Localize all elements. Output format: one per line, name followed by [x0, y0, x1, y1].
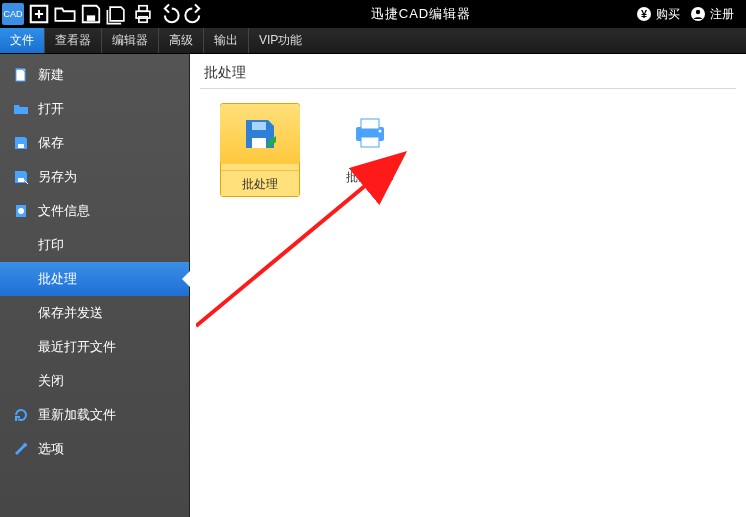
menu-item-打印[interactable]: 打印	[0, 228, 189, 262]
tile-label: 批量打印	[346, 169, 394, 186]
info-icon	[12, 202, 30, 220]
panel-title: 批处理	[190, 54, 746, 88]
svg-point-14	[23, 443, 27, 447]
save-icon	[12, 134, 30, 152]
svg-point-20	[379, 130, 382, 133]
tile-row: 批处理批量打印	[190, 103, 746, 197]
undo-icon[interactable]	[158, 3, 180, 25]
svg-rect-11	[18, 178, 24, 182]
main-area: 新建打开保存另存为文件信息打印批处理保存并发送最近打开文件关闭重新加载文件选项 …	[0, 54, 746, 517]
none-icon	[12, 236, 30, 254]
user-circle-icon	[690, 6, 706, 22]
svg-rect-18	[361, 119, 379, 129]
menu-item-选项[interactable]: 选项	[0, 432, 189, 466]
svg-point-13	[18, 208, 24, 214]
ribbon-tabs: 文件查看器编辑器高级输出VIP功能	[0, 28, 746, 54]
tab-VIP功能[interactable]: VIP功能	[249, 28, 312, 53]
menu-item-文件信息[interactable]: 文件信息	[0, 194, 189, 228]
open-folder-icon[interactable]	[54, 3, 76, 25]
menu-item-label: 保存并发送	[38, 304, 103, 322]
menu-item-label: 文件信息	[38, 202, 90, 220]
menu-item-label: 关闭	[38, 372, 64, 390]
titlebar-left: CAD	[0, 3, 206, 25]
menu-item-最近打开文件[interactable]: 最近打开文件	[0, 330, 189, 364]
titlebar: CAD 迅捷CAD编辑器 ¥ 购买 注册	[0, 0, 746, 28]
svg-rect-15	[252, 138, 266, 148]
yen-circle-icon: ¥	[636, 6, 652, 22]
panel-divider	[200, 88, 736, 89]
menu-item-label: 新建	[38, 66, 64, 84]
menu-item-label: 重新加载文件	[38, 406, 116, 424]
content-panel: 批处理 批处理批量打印	[190, 54, 746, 517]
app-logo: CAD	[2, 3, 24, 25]
menu-item-保存[interactable]: 保存	[0, 126, 189, 160]
menu-item-label: 打印	[38, 236, 64, 254]
saveall-icon[interactable]	[106, 3, 128, 25]
tile-batchprint[interactable]: 批量打印	[330, 103, 410, 197]
buy-button[interactable]: ¥ 购买	[636, 6, 680, 23]
tab-编辑器[interactable]: 编辑器	[102, 28, 158, 53]
menu-item-label: 最近打开文件	[38, 338, 116, 356]
menu-item-label: 保存	[38, 134, 64, 152]
svg-rect-19	[361, 137, 379, 147]
menu-item-另存为[interactable]: 另存为	[0, 160, 189, 194]
tile-label: 批处理	[242, 177, 278, 191]
redo-icon[interactable]	[184, 3, 206, 25]
new-file-icon[interactable]	[28, 3, 50, 25]
batchprint-tile-icon	[330, 103, 410, 163]
saveas-icon	[12, 168, 30, 186]
menu-item-关闭[interactable]: 关闭	[0, 364, 189, 398]
tab-文件[interactable]: 文件	[0, 28, 44, 53]
menu-item-label: 批处理	[38, 270, 77, 288]
print-icon[interactable]	[132, 3, 154, 25]
none-icon	[12, 270, 30, 288]
svg-rect-3	[139, 6, 147, 12]
none-icon	[12, 338, 30, 356]
menu-item-label: 另存为	[38, 168, 77, 186]
svg-text:¥: ¥	[641, 8, 648, 20]
save-icon[interactable]	[80, 3, 102, 25]
reload-icon	[12, 406, 30, 424]
register-label: 注册	[710, 6, 734, 23]
options-icon	[12, 440, 30, 458]
none-icon	[12, 304, 30, 322]
tab-输出[interactable]: 输出	[204, 28, 248, 53]
menu-item-新建[interactable]: 新建	[0, 58, 189, 92]
tab-高级[interactable]: 高级	[159, 28, 203, 53]
menu-item-打开[interactable]: 打开	[0, 92, 189, 126]
batch-tile-icon	[220, 104, 300, 164]
tile-batch[interactable]: 批处理	[220, 103, 300, 197]
tab-查看器[interactable]: 查看器	[45, 28, 101, 53]
menu-item-重新加载文件[interactable]: 重新加载文件	[0, 398, 189, 432]
svg-rect-10	[18, 144, 24, 148]
buy-label: 购买	[656, 6, 680, 23]
new-icon	[12, 66, 30, 84]
tile-label-wrap: 批处理	[221, 170, 299, 196]
svg-point-8	[696, 10, 700, 14]
menu-item-批处理[interactable]: 批处理	[0, 262, 189, 296]
file-menu-panel: 新建打开保存另存为文件信息打印批处理保存并发送最近打开文件关闭重新加载文件选项	[0, 54, 190, 517]
none-icon	[12, 372, 30, 390]
open-icon	[12, 100, 30, 118]
svg-rect-1	[87, 15, 95, 21]
svg-rect-16	[252, 122, 266, 130]
app-title: 迅捷CAD编辑器	[206, 5, 636, 23]
register-button[interactable]: 注册	[690, 6, 734, 23]
menu-item-label: 选项	[38, 440, 64, 458]
menu-item-保存并发送[interactable]: 保存并发送	[0, 296, 189, 330]
menu-item-label: 打开	[38, 100, 64, 118]
titlebar-right: ¥ 购买 注册	[636, 6, 746, 23]
